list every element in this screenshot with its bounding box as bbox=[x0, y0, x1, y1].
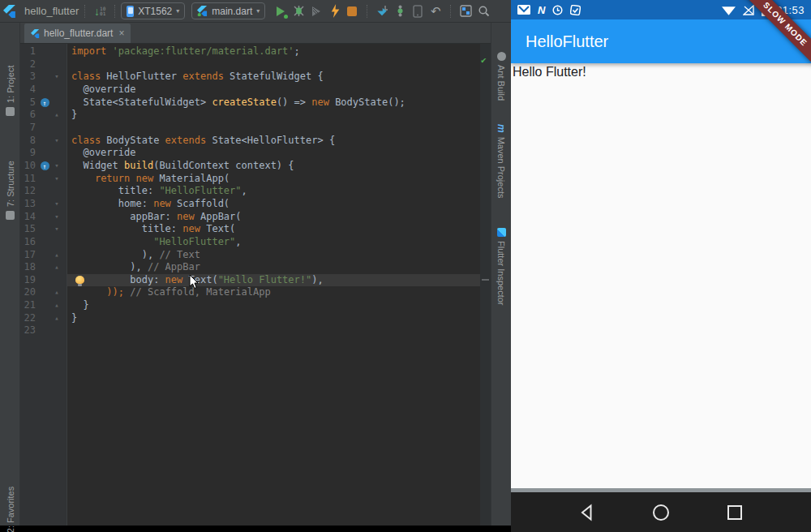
fold-icon bbox=[51, 97, 62, 109]
code-text: State<StatefulWidget> createState() => n… bbox=[67, 97, 480, 109]
run-button[interactable] bbox=[272, 2, 290, 20]
right-toolwindow-strip: Ant BuildmMaven ProjectsFlutter Inspecto… bbox=[491, 23, 511, 526]
ide-window: hello_flutter ↓ 1001 XT1562 ▾ main.dart … bbox=[0, 0, 511, 526]
fold-icon[interactable]: ▾ bbox=[51, 160, 62, 173]
fold-icon[interactable]: ▴ bbox=[51, 261, 62, 274]
fold-icon bbox=[51, 185, 62, 198]
run-config-selector[interactable]: main.dart ▾ bbox=[191, 2, 265, 19]
recents-button[interactable] bbox=[725, 503, 744, 522]
code-text: Widget build(BuildContext context) { bbox=[67, 160, 480, 173]
line-number: 3 bbox=[20, 71, 38, 84]
toolwindow-button-1-project[interactable]: 1: Project bbox=[0, 47, 20, 118]
toolwindow-button-7-structure[interactable]: 7: Structure bbox=[0, 136, 20, 222]
fold-icon bbox=[51, 324, 62, 337]
toolwindow-label: 1: Project bbox=[6, 66, 15, 103]
inspection-ok-icon: ✔ bbox=[481, 55, 487, 66]
code-text: } bbox=[67, 109, 480, 122]
search-icon[interactable] bbox=[474, 2, 492, 20]
gutter-slot bbox=[38, 249, 51, 262]
fold-icon[interactable]: ▴ bbox=[51, 286, 62, 299]
code-editor[interactable]: 1import 'package:flutter/material.dart';… bbox=[20, 44, 491, 526]
gutter-slot bbox=[38, 324, 51, 337]
code-text: title: "HelloFlutter", bbox=[67, 185, 480, 198]
stop-button[interactable] bbox=[343, 2, 361, 20]
run-config-value: main.dart bbox=[212, 6, 252, 17]
line-number: 16 bbox=[20, 236, 38, 249]
fold-icon[interactable]: ▾ bbox=[51, 173, 62, 186]
gutter-slot bbox=[38, 211, 51, 224]
code-text: return new MaterialApp( bbox=[67, 173, 480, 186]
home-button[interactable] bbox=[651, 503, 671, 522]
device-selector[interactable]: XT1562 ▾ bbox=[121, 2, 185, 19]
toolbar-separator bbox=[114, 5, 115, 18]
gutter-slot bbox=[38, 84, 51, 97]
editor-area: hello_flutter.dart × 1import 'package:fl… bbox=[20, 23, 491, 526]
line-number: 8 bbox=[20, 135, 38, 148]
code-line: 2 bbox=[20, 58, 480, 71]
profile-button[interactable] bbox=[307, 2, 325, 20]
hot-reload-button[interactable] bbox=[325, 2, 343, 20]
code-text: )); // Scaffold, MaterialApp bbox=[67, 286, 480, 299]
code-line: 16 "HelloFlutter", bbox=[20, 236, 480, 249]
fold-icon[interactable]: ▴ bbox=[51, 312, 62, 325]
fold-icon[interactable]: ▴ bbox=[51, 109, 62, 122]
code-text: ), // AppBar bbox=[67, 261, 480, 274]
device-capture-button[interactable] bbox=[409, 2, 427, 20]
app-screen: Hello Flutter! bbox=[511, 63, 811, 488]
code-line: 8▾class BodyState extends State<HelloFlu… bbox=[20, 135, 480, 148]
chevron-down-icon: ▾ bbox=[176, 8, 179, 15]
rollback-button[interactable]: ↶ bbox=[427, 2, 444, 20]
intention-bulb-icon[interactable] bbox=[75, 276, 84, 284]
fold-icon[interactable]: ▾ bbox=[51, 71, 62, 84]
code-line: 4 @override bbox=[20, 84, 480, 97]
fold-icon[interactable]: ▾ bbox=[51, 198, 62, 211]
override-marker-icon[interactable]: ↑ bbox=[41, 161, 49, 170]
tab-label: hello_flutter.dart bbox=[44, 28, 113, 39]
code-line: 20▴ )); // Scaffold, MaterialApp bbox=[20, 286, 480, 299]
code-text: class HelloFlutter extends StatefulWidge… bbox=[67, 71, 480, 84]
line-number: 1 bbox=[20, 45, 38, 58]
gutter-slot bbox=[38, 135, 51, 148]
app-body-text: Hello Flutter! bbox=[511, 63, 811, 79]
toolwindow-button-maven-projects[interactable]: mMaven Projects bbox=[491, 122, 512, 221]
play-protect-icon bbox=[570, 5, 581, 15]
line-number: 22 bbox=[20, 312, 38, 325]
gmail-icon bbox=[517, 5, 530, 15]
close-icon[interactable]: × bbox=[118, 28, 124, 39]
device-monitor-icon[interactable]: ↓ 1001 bbox=[91, 2, 109, 20]
attach-debugger-button[interactable] bbox=[373, 2, 391, 20]
project-name: hello_flutter bbox=[24, 5, 79, 17]
code-line: 19 body: new Text("Hello Flutter!"), bbox=[20, 274, 480, 287]
gutter-slot bbox=[38, 261, 51, 274]
line-number: 15 bbox=[20, 223, 38, 236]
fold-icon[interactable]: ▾ bbox=[51, 223, 62, 236]
restore-layout-button[interactable] bbox=[457, 2, 474, 20]
fold-icon bbox=[51, 58, 62, 71]
fold-icon[interactable]: ▴ bbox=[51, 299, 62, 312]
code-text: @override bbox=[67, 147, 480, 160]
android-navbar bbox=[511, 492, 811, 532]
gutter-slot bbox=[38, 223, 51, 236]
tab-hello-flutter-dart[interactable]: hello_flutter.dart × bbox=[24, 24, 131, 43]
fold-icon bbox=[51, 236, 62, 249]
fold-icon[interactable]: ▴ bbox=[51, 249, 62, 262]
toolwindow-button-ant-build[interactable]: Ant Build bbox=[491, 49, 512, 116]
maven-icon: m bbox=[496, 124, 508, 133]
override-marker-icon[interactable]: ↑ bbox=[41, 98, 49, 107]
toolwindow-label: 7: Structure bbox=[6, 161, 15, 207]
fold-icon[interactable]: ▾ bbox=[51, 211, 62, 224]
vcs-commit-button[interactable] bbox=[391, 2, 409, 20]
toolwindow-button-flutter-inspector[interactable]: Flutter Inspector bbox=[491, 225, 512, 334]
fold-icon[interactable]: ▾ bbox=[51, 135, 62, 148]
error-stripe[interactable]: ✔ bbox=[480, 44, 491, 526]
code-line: 11▾ return new MaterialApp( bbox=[20, 173, 480, 186]
fold-icon bbox=[51, 45, 62, 58]
toolbar-separator bbox=[367, 5, 367, 18]
debug-button[interactable] bbox=[290, 2, 307, 20]
toolwindow-button-2-favorites[interactable]: ★2: Favorites bbox=[0, 467, 20, 532]
app-toolbar: HelloFlutter bbox=[511, 19, 811, 63]
back-button[interactable] bbox=[577, 503, 597, 522]
alarm-icon bbox=[552, 5, 563, 15]
code-text bbox=[67, 122, 480, 135]
code-text: title: new Text( bbox=[67, 223, 480, 236]
